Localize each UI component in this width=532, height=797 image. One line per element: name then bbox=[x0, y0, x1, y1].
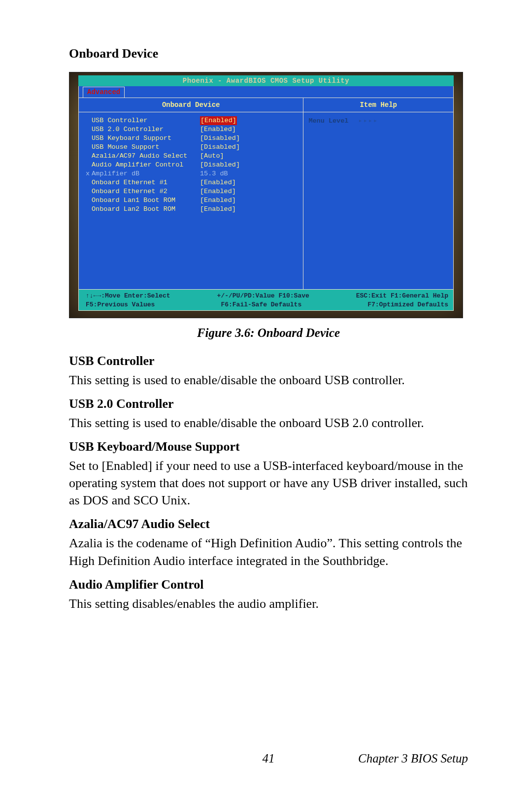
setting-label: Audio Amplifier Control bbox=[92, 161, 200, 169]
bios-title: Phoenix - AwardBIOS CMOS Setup Utility bbox=[78, 75, 454, 86]
descriptions-block: USB ControllerThis setting is used to en… bbox=[69, 354, 468, 612]
setting-label: Onboard Lan2 Boot ROM bbox=[92, 205, 200, 214]
row-prefix bbox=[86, 152, 92, 161]
setting-label: USB Controller bbox=[92, 116, 200, 125]
bios-left-panel: Onboard Device USB Controller[Enabled] U… bbox=[79, 98, 303, 289]
bios-tab-row: Advanced bbox=[78, 86, 454, 98]
description-heading: Azalia/AC97 Audio Select bbox=[69, 517, 468, 531]
setting-value: [Enabled] bbox=[200, 205, 236, 214]
setting-value: [Disabled] bbox=[200, 143, 240, 152]
description-text: Azalia is the codename of “High Definiti… bbox=[69, 534, 468, 569]
setting-value: [Disabled] bbox=[200, 134, 240, 143]
menu-level-arrows-icon: ▸▸▸▸ bbox=[359, 117, 379, 125]
row-prefix bbox=[86, 161, 92, 169]
footer-optimized: F7:Optimized Defaults bbox=[367, 300, 448, 309]
bios-setting-row[interactable]: Onboard Ethernet #1[Enabled] bbox=[86, 178, 299, 187]
setting-label: Azalia/AC97 Audio Select bbox=[92, 152, 200, 161]
bios-screen: Phoenix - AwardBIOS CMOS Setup Utility A… bbox=[78, 75, 454, 311]
row-prefix: x bbox=[86, 169, 92, 178]
bios-setting-row[interactable]: Onboard Lan1 Boot ROM[Enabled] bbox=[86, 196, 299, 205]
row-prefix bbox=[86, 196, 92, 205]
description-text: This setting is used to enable/disable t… bbox=[69, 371, 468, 389]
setting-value: [Enabled] bbox=[200, 187, 236, 196]
description-heading: USB Keyboard/Mouse Support bbox=[69, 439, 468, 454]
setting-value: [Enabled] bbox=[200, 196, 236, 205]
page: Onboard Device Phoenix - AwardBIOS CMOS … bbox=[0, 0, 532, 797]
bios-setting-row[interactable]: Onboard Lan2 Boot ROM[Enabled] bbox=[86, 205, 299, 214]
bios-tab-advanced[interactable]: Advanced bbox=[83, 87, 125, 98]
setting-value: [Auto] bbox=[200, 152, 224, 161]
bios-body: Onboard Device USB Controller[Enabled] U… bbox=[78, 98, 454, 289]
row-prefix bbox=[86, 205, 92, 214]
row-prefix bbox=[86, 116, 92, 125]
setting-label: USB Keyboard Support bbox=[92, 134, 200, 143]
bios-setting-row[interactable]: USB Mouse Support[Disabled] bbox=[86, 143, 299, 152]
setting-label: Onboard Ethernet #2 bbox=[92, 187, 200, 196]
page-number: 41 bbox=[202, 752, 335, 765]
bios-setting-row[interactable]: USB Keyboard Support[Disabled] bbox=[86, 134, 299, 143]
setting-value: [Enabled] bbox=[200, 116, 237, 125]
bios-footer: ↑↓←→:Move Enter:Select +/-/PU/PD:Value F… bbox=[78, 289, 454, 311]
bios-right-panel: Item Help Menu Level ▸▸▸▸ bbox=[303, 98, 453, 289]
bios-setting-row[interactable]: Onboard Ethernet #2[Enabled] bbox=[86, 187, 299, 196]
description-heading: USB Controller bbox=[69, 354, 468, 368]
page-footer: 41 Chapter 3 BIOS Setup bbox=[69, 752, 468, 765]
bios-right-header: Item Help bbox=[303, 98, 453, 112]
setting-label: Amplifier dB bbox=[92, 169, 200, 178]
description-heading: Audio Amplifier Control bbox=[69, 577, 468, 592]
footer-move-select: ↑↓←→:Move Enter:Select bbox=[86, 292, 170, 300]
bios-help-body: Menu Level ▸▸▸▸ bbox=[303, 112, 453, 129]
setting-label: USB Mouse Support bbox=[92, 143, 200, 152]
bios-setting-row[interactable]: USB Controller[Enabled] bbox=[86, 116, 299, 125]
description-text: This setting is used to enable/disable t… bbox=[69, 414, 468, 432]
footer-prev-values: F5:Previous Values bbox=[86, 300, 155, 309]
setting-value: [Disabled] bbox=[200, 161, 240, 169]
row-prefix bbox=[86, 143, 92, 152]
description-text: This setting disables/enables the audio … bbox=[69, 595, 468, 612]
row-prefix bbox=[86, 134, 92, 143]
bios-setting-row[interactable]: USB 2.0 Controller[Enabled] bbox=[86, 125, 299, 134]
row-prefix bbox=[86, 125, 92, 134]
bios-setting-row[interactable]: Audio Amplifier Control[Disabled] bbox=[86, 161, 299, 169]
setting-value: 15.3 dB bbox=[200, 169, 228, 178]
setting-value: [Enabled] bbox=[200, 178, 236, 187]
row-prefix bbox=[86, 178, 92, 187]
bios-screenshot: Phoenix - AwardBIOS CMOS Setup Utility A… bbox=[69, 72, 463, 318]
bios-settings-list: USB Controller[Enabled] USB 2.0 Controll… bbox=[79, 112, 303, 218]
footer-exit-help: ESC:Exit F1:General Help bbox=[356, 292, 448, 300]
bios-setting-row[interactable]: Azalia/AC97 Audio Select[Auto] bbox=[86, 152, 299, 161]
footer-value-save: +/-/PU/PD:Value F10:Save bbox=[217, 292, 309, 300]
bios-left-header: Onboard Device bbox=[79, 98, 303, 112]
footer-failsafe: F6:Fail-Safe Defaults bbox=[221, 300, 301, 309]
setting-label: Onboard Ethernet #1 bbox=[92, 178, 200, 187]
menu-level-label: Menu Level bbox=[308, 117, 348, 125]
setting-label: USB 2.0 Controller bbox=[92, 125, 200, 134]
description-text: Set to [Enabled] if your need to use a U… bbox=[69, 457, 468, 509]
setting-label: Onboard Lan1 Boot ROM bbox=[92, 196, 200, 205]
chapter-label: Chapter 3 BIOS Setup bbox=[335, 752, 468, 765]
figure-caption: Figure 3.6: Onboard Device bbox=[69, 326, 468, 340]
section-heading: Onboard Device bbox=[69, 46, 468, 61]
description-heading: USB 2.0 Controller bbox=[69, 397, 468, 411]
row-prefix bbox=[86, 187, 92, 196]
setting-value: [Enabled] bbox=[200, 125, 236, 134]
bios-setting-row[interactable]: xAmplifier dB15.3 dB bbox=[86, 169, 299, 178]
